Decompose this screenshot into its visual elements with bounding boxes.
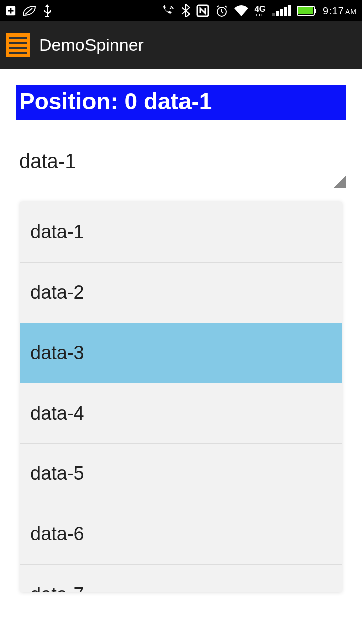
signal-strength-icon — [272, 5, 291, 16]
status-left-group — [5, 4, 52, 17]
clock-period: AM — [345, 8, 357, 16]
dropdown-item[interactable]: data-6 — [20, 504, 342, 565]
spinner-control[interactable]: data-1 — [16, 135, 346, 188]
clock-time: 9:17 — [323, 5, 344, 17]
dropdown-item[interactable]: data-5 — [20, 444, 342, 504]
alarm-icon — [215, 4, 228, 17]
spinner-selected-value: data-1 — [19, 150, 76, 172]
mobile-network-icon: 4G LTE — [254, 5, 266, 17]
status-clock: 9:17 AM — [323, 5, 357, 17]
phone-call-icon — [161, 5, 175, 17]
svg-rect-5 — [315, 9, 316, 13]
plus-badge-icon — [5, 5, 16, 16]
dropdown-item[interactable]: data-3 — [20, 323, 342, 383]
status-right-group: 4G LTE 9:17 AM — [161, 4, 357, 17]
dropdown-item[interactable]: data-1 — [20, 202, 342, 263]
spinner-dropdown: data-1 data-2 data-3 data-4 data-5 data-… — [20, 202, 342, 592]
action-bar: DemoSpinner — [0, 21, 362, 69]
dropdown-item[interactable]: data-2 — [20, 263, 342, 323]
app-launcher-icon[interactable] — [6, 33, 30, 57]
network-4g-label: 4G — [254, 5, 266, 13]
leaf-icon — [22, 5, 36, 16]
wifi-icon — [234, 5, 248, 16]
dropdown-item[interactable]: data-7 — [20, 565, 342, 592]
usb-icon — [42, 4, 52, 17]
position-banner: Position: 0 data-1 — [16, 85, 346, 120]
status-bar: 4G LTE 9:17 AM — [0, 0, 362, 21]
app-title: DemoSpinner — [39, 35, 144, 55]
dropdown-item[interactable]: data-4 — [20, 383, 342, 444]
network-lte-label: LTE — [256, 13, 265, 17]
nfc-icon — [196, 4, 209, 17]
bluetooth-icon — [181, 4, 190, 17]
svg-rect-4 — [298, 7, 313, 14]
battery-icon — [297, 6, 317, 16]
